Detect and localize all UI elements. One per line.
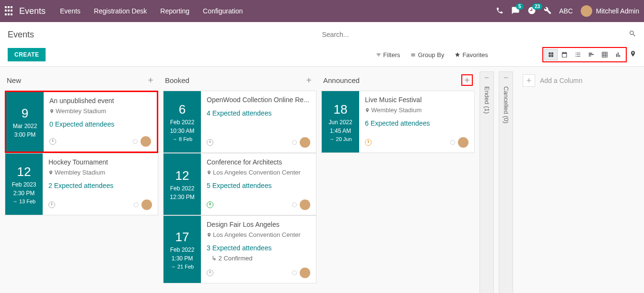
card-title: Live Music Festival <box>365 96 468 104</box>
control-panel: Events CREATE Filters Group By Favorites <box>0 22 644 67</box>
card-date-block: 6Feb 202210:30 AM→ 8 Feb <box>164 91 201 152</box>
activity-clock-icon[interactable] <box>49 138 56 145</box>
card-title: OpenWood Collection Online Re... <box>207 96 310 104</box>
column-add-icon[interactable]: + <box>145 74 156 86</box>
event-card[interactable]: 18Jun 20221:45 AM→ 20 JunLive Music Fest… <box>321 91 475 153</box>
menu-reporting[interactable]: Reporting <box>160 7 189 15</box>
activities-icon[interactable]: 23 <box>527 6 536 16</box>
collapsed-label: Ended (1) <box>483 75 491 114</box>
kanban-column: New+9Mar 20223:00 PMAn unpublished event… <box>5 71 158 215</box>
priority-dot-icon[interactable] <box>133 139 138 144</box>
add-column[interactable]: +Add a Column <box>518 71 639 90</box>
kanban-view-icon[interactable] <box>544 49 558 60</box>
priority-dot-icon[interactable] <box>450 140 455 145</box>
user-name: Mitchell Admin <box>596 7 639 15</box>
page-title: Events <box>8 30 322 40</box>
card-date-block: 9Mar 20223:00 PM <box>6 92 44 152</box>
card-attendees: 3 Expected attendees <box>207 244 310 252</box>
filters-button[interactable]: Filters <box>376 51 400 59</box>
favorites-button[interactable]: Favorites <box>455 51 488 59</box>
top-menu: Events Registration Desk Reporting Confi… <box>60 7 243 15</box>
card-date-block: 17Feb 20221:30 PM→ 21 Feb <box>164 216 201 283</box>
card-date-block: 12Feb 20232:30 PM→ 13 Feb <box>5 153 43 215</box>
activity-clock-icon[interactable] <box>207 201 213 208</box>
priority-dot-icon[interactable] <box>292 270 297 275</box>
assignee-avatar-icon[interactable] <box>141 199 152 210</box>
gantt-view-icon[interactable] <box>585 49 598 60</box>
debug-icon[interactable] <box>544 7 551 16</box>
column-add-icon[interactable]: + <box>461 74 473 86</box>
card-attendees: 0 Expected attendees <box>49 120 151 128</box>
activity-clock-icon[interactable] <box>207 139 213 146</box>
groupby-button[interactable]: Group By <box>410 51 444 59</box>
assignee-avatar-icon[interactable] <box>300 268 310 278</box>
priority-dot-icon[interactable] <box>292 140 297 145</box>
priority-dot-icon[interactable] <box>134 202 139 207</box>
map-view-icon[interactable] <box>630 50 636 59</box>
create-button[interactable]: CREATE <box>8 48 46 61</box>
kanban-column: Booked+6Feb 202210:30 AM→ 8 FebOpenWood … <box>163 71 316 283</box>
event-card[interactable]: 6Feb 202210:30 AM→ 8 FebOpenWood Collect… <box>163 91 316 153</box>
card-location: Wembley Stadium <box>48 169 152 176</box>
company-selector[interactable]: ABC <box>559 7 573 15</box>
event-card[interactable]: 12Feb 20232:30 PM→ 13 FebHockey Tourname… <box>5 153 158 215</box>
graph-view-icon[interactable] <box>611 49 625 60</box>
card-location: Los Angeles Convention Center <box>207 231 310 238</box>
search-icon[interactable] <box>629 30 636 39</box>
card-location: Wembley Stadium <box>365 106 468 114</box>
card-attendees: 6 Expected attendees <box>365 119 468 127</box>
collapsed-column[interactable]: Ended (1) <box>480 71 494 293</box>
assignee-avatar-icon[interactable] <box>141 136 151 147</box>
activity-clock-icon[interactable] <box>365 139 372 146</box>
card-attendees: 4 Expected attendees <box>207 109 310 117</box>
assignee-avatar-icon[interactable] <box>458 137 468 148</box>
activity-clock-icon[interactable] <box>207 270 213 276</box>
assignee-avatar-icon[interactable] <box>300 137 310 148</box>
event-card[interactable]: 9Mar 20223:00 PMAn unpublished event Wem… <box>5 91 158 153</box>
card-date-block: 12Feb 202212:30 PM <box>164 153 201 215</box>
messages-icon[interactable]: 5 <box>511 6 520 16</box>
menu-configuration[interactable]: Configuration <box>203 7 243 15</box>
view-switcher <box>542 47 627 62</box>
event-card[interactable]: 17Feb 20221:30 PM→ 21 FebDesign Fair Los… <box>163 215 316 283</box>
card-location: Wembley Stadium <box>49 107 151 115</box>
search-input[interactable] <box>322 28 629 41</box>
card-title: Conference for Architects <box>207 158 310 166</box>
menu-registration-desk[interactable]: Registration Desk <box>94 7 147 15</box>
card-title: Design Fair Los Angeles <box>207 221 310 228</box>
card-confirmed: ↳ 2 Confirmed <box>211 255 310 262</box>
assignee-avatar-icon[interactable] <box>300 199 310 210</box>
add-column-plus-icon[interactable]: + <box>523 74 535 87</box>
event-card[interactable]: 12Feb 202212:30 PMConference for Archite… <box>163 153 316 215</box>
list-view-icon[interactable] <box>571 49 585 60</box>
collapsed-column[interactable]: Cancelled (0) <box>499 71 513 293</box>
messages-badge: 5 <box>516 3 524 10</box>
calendar-view-icon[interactable] <box>558 49 571 60</box>
collapsed-label: Cancelled (0) <box>503 75 510 123</box>
apps-menu-icon[interactable] <box>5 6 14 16</box>
card-attendees: 5 Expected attendees <box>207 182 310 189</box>
card-location: Los Angeles Convention Center <box>207 169 310 176</box>
card-title: Hockey Tournament <box>48 158 152 166</box>
phone-icon[interactable] <box>496 7 503 16</box>
card-title: An unpublished event <box>49 97 151 105</box>
column-add-icon[interactable]: + <box>303 74 315 86</box>
user-avatar-icon <box>581 5 592 17</box>
pivot-view-icon[interactable] <box>598 49 611 60</box>
kanban-column: Announced+18Jun 20221:45 AM→ 20 JunLive … <box>321 71 475 153</box>
activity-clock-icon[interactable] <box>48 201 55 208</box>
add-column-label: Add a Column <box>540 77 583 84</box>
column-title: New <box>7 76 21 84</box>
column-title: Announced <box>323 76 360 84</box>
priority-dot-icon[interactable] <box>292 202 297 207</box>
topbar: Events Events Registration Desk Reportin… <box>0 0 644 22</box>
card-attendees: 2 Expected attendees <box>48 182 152 189</box>
app-brand: Events <box>19 6 46 16</box>
activities-badge: 23 <box>532 3 542 10</box>
kanban-board: New+9Mar 20223:00 PMAn unpublished event… <box>0 67 644 293</box>
card-date-block: 18Jun 20221:45 AM→ 20 Jun <box>322 91 359 152</box>
column-title: Booked <box>165 76 189 84</box>
menu-events[interactable]: Events <box>60 7 81 15</box>
user-menu[interactable]: Mitchell Admin <box>581 5 639 17</box>
